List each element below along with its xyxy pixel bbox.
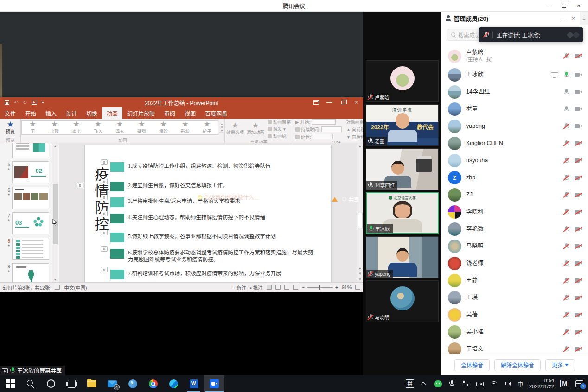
ribbon-tab[interactable]: 设计 — [61, 107, 82, 119]
camera-status-icon[interactable] — [575, 89, 582, 95]
mic-status-icon[interactable] — [563, 106, 569, 112]
ribbon-tab[interactable]: 幻灯片放映 — [122, 107, 160, 119]
member-row[interactable]: 马晓明 — [441, 238, 588, 255]
camera-status-icon[interactable] — [575, 227, 582, 232]
reading-view-icon[interactable] — [284, 285, 289, 290]
video-tile[interactable]: 培训学院 2022年教代会 老童 — [366, 104, 439, 146]
taskbar-app-button[interactable] — [122, 375, 143, 392]
animation-order-badge[interactable]: 0 — [101, 230, 108, 235]
taskbar-app-button[interactable] — [61, 375, 82, 392]
comments-toggle[interactable]: ▪ 批注 — [250, 284, 263, 291]
camera-status-icon[interactable] — [575, 175, 582, 181]
slide-preview[interactable] — [12, 187, 49, 209]
ribbon-tab[interactable]: 开始 — [20, 107, 41, 119]
tell-me-box[interactable]: 告诉我你想要做什么... — [194, 193, 262, 201]
minimize-icon[interactable]: — — [543, 1, 556, 11]
wifi-icon[interactable] — [490, 380, 498, 388]
share-button[interactable]: 共享 — [342, 196, 359, 203]
animation-style[interactable]: ★ 无 — [22, 121, 44, 134]
taskbar-app-button[interactable] — [143, 375, 163, 392]
mic-status-icon[interactable] — [563, 123, 569, 129]
mic-status-icon[interactable] — [563, 209, 569, 215]
camera-status-icon[interactable] — [575, 124, 582, 129]
ppt-restore-icon[interactable] — [336, 97, 350, 107]
lang-indicator[interactable]: 中 — [518, 380, 523, 388]
ime-indicator[interactable]: 拼 — [406, 379, 414, 388]
ribbon-tab[interactable]: 动画 — [102, 107, 122, 119]
camera-status-icon[interactable] — [575, 347, 582, 352]
mic-status-icon[interactable] — [563, 140, 569, 146]
close-panel-icon[interactable]: ✕ — [571, 15, 576, 22]
animation-order-badge[interactable]: 0 — [101, 267, 108, 272]
slide-thumbnail[interactable]: 5 ★ 02 — [0, 161, 52, 183]
undo-icon[interactable]: ↶ — [14, 100, 18, 106]
trigger-button[interactable]: 触发 ▾ — [268, 126, 291, 132]
taskbar-app-button[interactable]: 4 — [102, 375, 122, 392]
more-options-icon[interactable]: ··· — [560, 15, 566, 22]
restore-icon[interactable] — [557, 1, 570, 11]
taskbar-app-button[interactable] — [0, 375, 20, 392]
animation-order-badge[interactable]: 0 — [101, 179, 108, 184]
preview-button[interactable]: ★ 预览 — [0, 121, 20, 135]
mic-status-icon[interactable] — [563, 346, 569, 352]
mic-status-icon[interactable] — [563, 226, 569, 232]
member-row[interactable]: KinglionCHEN — [441, 135, 588, 152]
slide-thumbnail[interactable] — [0, 143, 52, 158]
canvas-scrollbar-thumb[interactable] — [358, 213, 363, 228]
ribbon-tab[interactable]: 插入 — [41, 107, 61, 119]
video-tile[interactable]: yapeng — [366, 236, 439, 278]
animation-style[interactable]: ★ 出现 — [44, 121, 65, 134]
ribbon-display-options-icon[interactable] — [309, 97, 323, 107]
mixer-icon[interactable] — [462, 380, 470, 388]
normal-view-icon[interactable] — [267, 285, 272, 290]
mic-status-icon[interactable] — [563, 260, 569, 266]
animation-painter-button[interactable]: 动画刷 — [268, 133, 291, 139]
slide-sorter-icon[interactable] — [275, 285, 281, 290]
mic-status-icon[interactable] — [563, 89, 569, 95]
mic-status-icon[interactable] — [563, 175, 569, 181]
mute-all-button[interactable]: 全体静音 — [454, 359, 490, 371]
camera-status-icon[interactable] — [575, 53, 582, 59]
mic-status-icon[interactable] — [563, 158, 569, 164]
camera-status-icon[interactable] — [575, 107, 582, 112]
camera-status-icon[interactable] — [575, 192, 582, 198]
notification-center-icon[interactable]: 1 — [575, 380, 583, 387]
camera-status-icon[interactable] — [575, 141, 582, 146]
add-animation-button[interactable]: ★ 添加动画 — [245, 122, 266, 135]
video-tile[interactable]: 北京语言大学 王冰欣 — [366, 192, 439, 234]
canvas-scrollbar[interactable]: ▲ ▼ ⇞ ⇟ — [357, 143, 363, 282]
animation-order-badge[interactable]: 0 — [101, 246, 108, 252]
volume-icon[interactable] — [504, 380, 511, 388]
animation-style[interactable]: ★ 擦除 — [153, 121, 174, 134]
slide-preview[interactable]: 03 — [12, 212, 49, 234]
taskbar-app-button[interactable] — [20, 375, 41, 392]
slide-vertical-title[interactable]: 疫情防控 — [92, 167, 109, 234]
animation-style[interactable]: ★ 劈裂 — [131, 121, 153, 134]
close-icon[interactable]: × — [572, 1, 585, 11]
effect-options-button[interactable]: ★ 效果选项 — [225, 122, 245, 135]
show-hidden-icons[interactable] — [420, 380, 428, 388]
redo-icon[interactable]: ↻ — [23, 100, 27, 106]
mic-status-icon[interactable] — [563, 295, 569, 301]
member-row[interactable]: Z zhp — [441, 169, 588, 186]
slide-preview[interactable] — [12, 143, 49, 158]
video-tile[interactable]: 马晓明 — [366, 280, 439, 322]
panel-handle-icon[interactable]: ≡ — [580, 12, 588, 25]
ribbon-tab[interactable]: 文件 — [0, 107, 20, 119]
video-tile[interactable]: 卢紫晗 — [366, 60, 439, 102]
member-row[interactable]: 钱老师 — [441, 255, 588, 272]
zoom-out-icon[interactable]: − — [302, 285, 305, 290]
wechat-icon[interactable] — [434, 380, 442, 387]
more-button[interactable]: 更多 — [545, 359, 575, 371]
animation-pane-button[interactable]: 动画窗格 — [268, 119, 291, 125]
slide-thumbnail[interactable]: 7 ★ 03 — [0, 212, 52, 234]
taskbar-app-button[interactable] — [163, 375, 184, 392]
animation-order-badge[interactable]: 0 — [101, 195, 108, 200]
move-later-button[interactable]: ▼ 向后移动 — [346, 133, 363, 140]
mic-status-icon[interactable] — [563, 72, 569, 78]
animation-style[interactable]: ★ 形状 — [174, 121, 196, 134]
mic-status-icon[interactable] — [563, 329, 569, 335]
member-row[interactable]: 李晓利 — [441, 203, 588, 221]
animation-style[interactable]: ★ 浮入 — [109, 121, 131, 134]
duration-input[interactable] — [321, 126, 342, 132]
